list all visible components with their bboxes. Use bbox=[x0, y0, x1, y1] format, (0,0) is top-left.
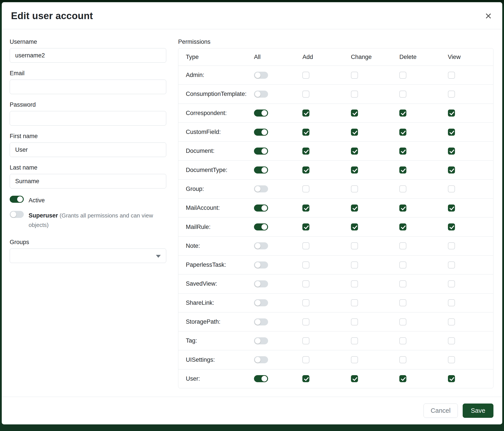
permission-view-checkbox[interactable] bbox=[448, 261, 455, 269]
permission-row: Correspondent: bbox=[178, 104, 493, 123]
permission-view-checkbox[interactable] bbox=[448, 166, 455, 173]
permission-add-checkbox[interactable] bbox=[302, 375, 309, 382]
permission-add-checkbox[interactable] bbox=[302, 109, 309, 117]
permission-all-toggle[interactable] bbox=[254, 224, 268, 230]
permission-delete-checkbox[interactable] bbox=[399, 261, 406, 269]
groups-select[interactable] bbox=[10, 249, 166, 263]
permission-add-checkbox[interactable] bbox=[302, 205, 309, 212]
permission-view-checkbox[interactable] bbox=[448, 148, 455, 155]
permission-change-checkbox[interactable] bbox=[351, 205, 358, 212]
permission-change-checkbox[interactable] bbox=[351, 375, 358, 382]
permission-change-checkbox[interactable] bbox=[351, 224, 358, 230]
permission-all-toggle[interactable] bbox=[254, 337, 268, 344]
permission-add-checkbox[interactable] bbox=[302, 337, 309, 344]
permission-change-checkbox[interactable] bbox=[351, 129, 358, 136]
permission-add-checkbox[interactable] bbox=[302, 280, 309, 287]
permission-all-toggle[interactable] bbox=[254, 242, 268, 249]
permission-delete-checkbox[interactable] bbox=[399, 375, 406, 382]
first-name-input[interactable] bbox=[10, 143, 166, 157]
active-toggle[interactable] bbox=[10, 196, 24, 203]
permission-all-toggle[interactable] bbox=[254, 148, 268, 155]
permission-all-toggle[interactable] bbox=[254, 185, 268, 192]
permission-all-toggle[interactable] bbox=[254, 261, 268, 269]
permission-change-checkbox[interactable] bbox=[351, 280, 358, 287]
permission-all-toggle[interactable] bbox=[254, 109, 268, 117]
permission-delete-checkbox[interactable] bbox=[399, 205, 406, 212]
permission-all-toggle[interactable] bbox=[254, 375, 268, 382]
permission-delete-checkbox[interactable] bbox=[399, 318, 406, 325]
permission-add-checkbox[interactable] bbox=[302, 299, 309, 306]
permission-change-checkbox[interactable] bbox=[351, 356, 358, 363]
permission-view-checkbox[interactable] bbox=[448, 318, 455, 325]
permission-add-checkbox[interactable] bbox=[302, 72, 309, 79]
permission-delete-checkbox[interactable] bbox=[399, 90, 406, 98]
permission-view-checkbox[interactable] bbox=[448, 280, 455, 287]
permission-delete-checkbox[interactable] bbox=[399, 299, 406, 306]
permission-change-checkbox[interactable] bbox=[351, 148, 358, 155]
permission-add-checkbox[interactable] bbox=[302, 129, 309, 136]
permission-view-checkbox[interactable] bbox=[448, 109, 455, 117]
permission-change-checkbox[interactable] bbox=[351, 90, 358, 98]
permission-delete-checkbox[interactable] bbox=[399, 356, 406, 363]
permission-change-checkbox[interactable] bbox=[351, 261, 358, 269]
permission-delete-checkbox[interactable] bbox=[399, 224, 406, 230]
permission-all-toggle[interactable] bbox=[254, 356, 268, 363]
permission-delete-checkbox[interactable] bbox=[399, 242, 406, 249]
close-icon[interactable]: × bbox=[484, 10, 493, 22]
permission-view-checkbox[interactable] bbox=[448, 224, 455, 230]
cancel-button[interactable]: Cancel bbox=[423, 404, 458, 418]
permission-delete-checkbox[interactable] bbox=[399, 280, 406, 287]
permission-add-checkbox[interactable] bbox=[302, 90, 309, 98]
permission-add-checkbox[interactable] bbox=[302, 356, 309, 363]
permission-change-checkbox[interactable] bbox=[351, 109, 358, 117]
permission-view-checkbox[interactable] bbox=[448, 72, 455, 79]
permission-delete-checkbox[interactable] bbox=[399, 166, 406, 173]
permission-add-checkbox[interactable] bbox=[302, 318, 309, 325]
permission-add-checkbox[interactable] bbox=[302, 261, 309, 269]
permission-delete-checkbox[interactable] bbox=[399, 148, 406, 155]
permission-all-toggle[interactable] bbox=[254, 299, 268, 306]
permission-view-checkbox[interactable] bbox=[448, 129, 455, 136]
permission-view-checkbox[interactable] bbox=[448, 337, 455, 344]
permission-view-checkbox[interactable] bbox=[448, 185, 455, 192]
permission-add-checkbox[interactable] bbox=[302, 224, 309, 230]
permission-view-checkbox[interactable] bbox=[448, 90, 455, 98]
superuser-toggle[interactable] bbox=[10, 211, 24, 218]
permission-all-toggle[interactable] bbox=[254, 318, 268, 325]
permission-delete-checkbox[interactable] bbox=[399, 109, 406, 117]
permission-change-checkbox[interactable] bbox=[351, 72, 358, 79]
permission-all-toggle[interactable] bbox=[254, 129, 268, 136]
permission-add-checkbox[interactable] bbox=[302, 185, 309, 192]
permission-add-checkbox[interactable] bbox=[302, 148, 309, 155]
permission-delete-checkbox[interactable] bbox=[399, 72, 406, 79]
permission-view-checkbox[interactable] bbox=[448, 299, 455, 306]
permission-add-checkbox[interactable] bbox=[302, 166, 309, 173]
permission-all-toggle[interactable] bbox=[254, 280, 268, 287]
permission-view-checkbox[interactable] bbox=[448, 205, 455, 212]
permission-delete-checkbox[interactable] bbox=[399, 185, 406, 192]
email-input[interactable] bbox=[10, 80, 166, 94]
username-field-group: Username bbox=[10, 38, 166, 63]
permission-change-checkbox[interactable] bbox=[351, 185, 358, 192]
permission-change-checkbox[interactable] bbox=[351, 242, 358, 249]
groups-field-group: Groups bbox=[10, 239, 166, 263]
permission-change-checkbox[interactable] bbox=[351, 299, 358, 306]
permission-all-toggle[interactable] bbox=[254, 205, 268, 212]
permission-all-toggle[interactable] bbox=[254, 90, 268, 98]
permission-view-checkbox[interactable] bbox=[448, 242, 455, 249]
permission-change-checkbox[interactable] bbox=[351, 337, 358, 344]
password-input[interactable] bbox=[10, 111, 166, 126]
permission-change-checkbox[interactable] bbox=[351, 166, 358, 173]
permission-delete-checkbox[interactable] bbox=[399, 129, 406, 136]
last-name-input[interactable] bbox=[10, 174, 166, 189]
permission-change-checkbox[interactable] bbox=[351, 318, 358, 325]
permission-delete-checkbox[interactable] bbox=[399, 337, 406, 344]
permission-all-toggle[interactable] bbox=[254, 72, 268, 79]
permission-view-checkbox[interactable] bbox=[448, 375, 455, 382]
permissions-table: Type All Add Change Delete View Admin:Co… bbox=[178, 48, 494, 388]
permission-view-checkbox[interactable] bbox=[448, 356, 455, 363]
save-button[interactable]: Save bbox=[463, 404, 494, 418]
username-input[interactable] bbox=[10, 48, 166, 63]
permission-all-toggle[interactable] bbox=[254, 166, 268, 173]
permission-add-checkbox[interactable] bbox=[302, 242, 309, 249]
